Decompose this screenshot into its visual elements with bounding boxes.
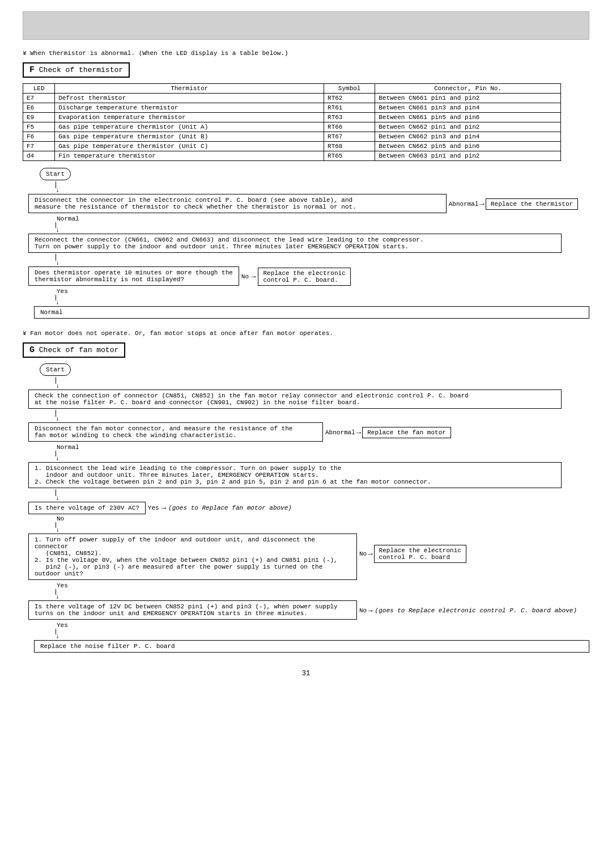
f-normal-label2: Normal — [40, 309, 63, 316]
thermistor-section: ¥ When thermistor is abnormal. (When the… — [23, 50, 589, 319]
g-step2-text: Disconnect the fan motor connector, and … — [35, 425, 292, 439]
table-cell: RT62 — [324, 94, 375, 103]
f-arrow-right-abnormal: → — [480, 200, 484, 209]
table-cell: Gas pipe temperature thermistor (Unit A) — [55, 122, 324, 132]
table-row: F7Gas pipe temperature thermistor (Unit … — [23, 142, 561, 151]
g-decision-voltage-box: Is there voltage of 230V AC? — [28, 502, 146, 514]
table-cell: Between CN661 pin5 and pin6 — [375, 113, 561, 122]
header-bar — [23, 11, 589, 40]
table-cell: RT65 — [324, 151, 375, 161]
table-cell: E9 — [23, 113, 55, 122]
f-replace-pcboard1: Replace the electroniccontrol P. C. boar… — [258, 268, 350, 286]
g-step4-text: 1. Turn off power supply of the indoor a… — [35, 536, 338, 577]
table-cell: Discharge temperature thermistor — [55, 103, 324, 113]
table-row: d4Fin temperature thermistorRT65Between … — [23, 151, 561, 161]
g-yes1-note: (goes to Replace fan motor above) — [168, 505, 292, 511]
g-yes-label1: Yes — [148, 505, 159, 511]
table-cell: RT63 — [324, 113, 375, 122]
table-row: E7Defrost thermistorRT62Between CN661 pi… — [23, 94, 561, 103]
table-row: E6Discharge temperature thermistorRT61Be… — [23, 103, 561, 113]
g-no-label3: No — [359, 607, 367, 614]
g-start-box: Start — [40, 363, 71, 376]
thermistor-table: LED Thermistor Symbol Connector, Pin No.… — [23, 83, 561, 161]
f-normal-label1: Normal — [57, 215, 79, 222]
f-step1-text: Disconnect the connector in the electron… — [35, 197, 356, 210]
f-normal2-box: Normal — [34, 306, 589, 319]
table-cell: Gas pipe temperature thermistor (Unit B) — [55, 132, 324, 142]
f-arrow-right-no: → — [251, 272, 256, 281]
f-start-box: Start — [40, 168, 71, 180]
section-f-text: Check of thermistor — [35, 66, 123, 74]
table-row: F6Gas pipe temperature thermistor (Unit … — [23, 132, 561, 142]
f-abnormal-label: Abnormal — [449, 201, 479, 208]
g-step3-box: 1. Disconnect the lead wire leading to t… — [28, 462, 562, 488]
table-cell: F7 — [23, 142, 55, 151]
g-no-label2: No — [359, 551, 367, 557]
g-step5-text: Is there voltage of 12V DC between CN852… — [35, 603, 338, 617]
f-step2-text: Reconnect the connector (CN661, CN662 an… — [35, 236, 424, 250]
section-f-letter: F — [29, 65, 35, 75]
f-decision1-text: Does thermistor operate 10 minutes or mo… — [35, 269, 233, 283]
f-step1-box: Disconnect the connector in the electron… — [28, 194, 447, 213]
g-step4-box: 1. Turn off power supply of the indoor a… — [28, 533, 357, 580]
table-cell: d4 — [23, 151, 55, 161]
g-arrow-right-no3: → — [368, 606, 372, 615]
table-cell: E6 — [23, 103, 55, 113]
section-g-text: Check of fan motor — [35, 346, 118, 354]
g-step5-box: Is there voltage of 12V DC between CN852… — [28, 600, 357, 620]
g-step1-box: Check the connection of connector (CN851… — [28, 389, 562, 409]
g-arrow-right-yes1: → — [162, 503, 166, 513]
section-f-title: F Check of thermistor — [23, 62, 130, 78]
g-yes-label2: Yes — [57, 582, 68, 589]
table-cell: F5 — [23, 122, 55, 132]
g-replace-noise-filter-box: Replace the noise filter P. C. board — [34, 640, 589, 653]
table-cell: Fin temperature thermistor — [55, 151, 324, 161]
table-cell: RT67 — [324, 132, 375, 142]
fan-motor-section: ¥ Fan motor does not operate. Or, fan mo… — [23, 330, 589, 653]
g-replace-fan-motor: Replace the fan motor — [362, 427, 451, 438]
table-cell: RT61 — [324, 103, 375, 113]
f-step2-box: Reconnect the connector (CN661, CN662 an… — [28, 234, 562, 253]
f-yes-label: Yes — [57, 288, 68, 295]
flowchart-f: Start ↓ Disconnect the connector in the … — [28, 168, 589, 319]
g-yes-label3: Yes — [57, 622, 68, 629]
table-cell: Between CN662 pin1 and pin2 — [375, 122, 561, 132]
col-thermistor: Thermistor — [55, 84, 324, 94]
f-replace-thermistor: Replace the thermistor — [486, 198, 578, 210]
g-abnormal-label: Abnormal — [325, 429, 355, 436]
table-cell: F6 — [23, 132, 55, 142]
table-cell: Gas pipe temperature thermistor (Unit C) — [55, 142, 324, 151]
col-led: LED — [23, 84, 55, 94]
table-row: E9Evaporation temperature thermistorRT63… — [23, 113, 561, 122]
table-cell: Between CN662 pin3 and pin4 — [375, 132, 561, 142]
fan-motor-intro: ¥ Fan motor does not operate. Or, fan mo… — [23, 330, 589, 337]
table-cell: E7 — [23, 94, 55, 103]
table-row: F5Gas pipe temperature thermistor (Unit … — [23, 122, 561, 132]
table-cell: RT68 — [324, 142, 375, 151]
g-no-label1: No — [57, 515, 64, 522]
table-cell: Between CN663 pin1 and pin2 — [375, 151, 561, 161]
thermistor-intro: ¥ When thermistor is abnormal. (When the… — [23, 50, 589, 57]
table-cell: Between CN662 pin5 and pin6 — [375, 142, 561, 151]
section-g-title: G Check of fan motor — [23, 342, 125, 358]
g-arrow-right-abnormal: → — [356, 428, 361, 437]
table-cell: Evaporation temperature thermistor — [55, 113, 324, 122]
f-no-label: No — [241, 273, 249, 280]
table-cell: Between CN661 pin1 and pin2 — [375, 94, 561, 103]
g-arrow-right-no2: → — [368, 549, 372, 558]
g-decision-voltage-text: Is there voltage of 230V AC? — [35, 505, 139, 511]
f-decision1-box: Does thermistor operate 10 minutes or mo… — [28, 266, 239, 286]
col-connector: Connector, Pin No. — [375, 84, 561, 94]
section-g-letter: G — [29, 345, 35, 355]
g-no3-note: (goes to Replace electronic control P. C… — [375, 607, 577, 614]
g-normal-label1: Normal — [57, 444, 79, 451]
table-cell: Between CN661 pin3 and pin4 — [375, 103, 561, 113]
flowchart-g: Start ↓ Check the connection of connecto… — [28, 363, 589, 653]
g-replace-pcboard2: Replace the electroniccontrol P. C. boar… — [374, 545, 466, 563]
page-number: 31 — [23, 670, 589, 678]
g-step1-text: Check the connection of connector (CN851… — [35, 392, 469, 406]
g-step2-box: Disconnect the fan motor connector, and … — [28, 422, 323, 442]
col-symbol: Symbol — [324, 84, 375, 94]
table-cell: Defrost thermistor — [55, 94, 324, 103]
table-cell: RT66 — [324, 122, 375, 132]
